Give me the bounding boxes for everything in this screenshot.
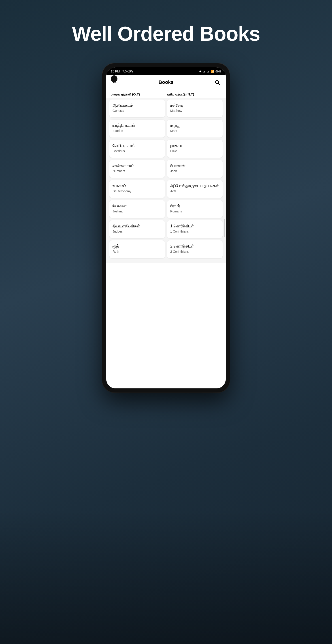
nt-book-card[interactable]: யோவான்John [167,160,223,178]
book-tamil-name: லேவியராகமம் [113,143,162,148]
nt-book-card[interactable]: ரோமர்Romans [167,200,223,218]
book-tamil-name: 1 கொரிந்தியர் [170,224,219,229]
old-testament-header: பழைய ஏற்பாடு (O.T) [109,92,166,96]
nt-book-card[interactable]: 2 கொரிந்தியர்2 Corinthians [167,240,223,258]
svg-line-1 [218,83,220,84]
book-tamil-name: அப்போஸ்தலருடைய நடபடிகள் [170,183,219,188]
book-tamil-name: எண்ணாகமம் [113,163,162,168]
nt-book-card[interactable]: அப்போஸ்தலருடைய நடபடிகள்Acts [167,180,223,198]
app-header: ← Books [106,75,226,89]
status-right: ✸ ▲ ▲ 📶 69% [199,70,221,73]
book-english-name: Ruth [113,250,162,253]
ot-book-card[interactable]: ரூத்Ruth [109,240,165,258]
book-english-name: Exodus [113,129,162,132]
book-english-name: Numbers [113,169,162,173]
book-english-name: Deuteronomy [113,190,162,193]
phone-screen: 15 PM | 7.5KB/s ✸ ▲ ▲ 📶 69% ← Books [106,67,226,388]
books-container: ஆதியாகமம்Genesisமத்தேயுMatthewயாத்திராகம… [106,98,226,263]
battery-icon: 69% [215,70,221,73]
nt-book-card[interactable]: லூக்காLuke [167,140,223,158]
ot-book-card[interactable]: ஆதியாகமம்Genesis [109,100,165,118]
ot-book-card[interactable]: நியாயாதிபதிகள்Judges [109,220,165,238]
book-english-name: Leviticus [113,149,162,153]
nt-book-card[interactable]: மாற்குMark [167,120,223,138]
nt-book-card[interactable]: 1 கொரிந்தியர்1 Corinthians [167,220,223,238]
book-tamil-name: நியாயாதிபதிகள் [113,224,162,229]
book-tamil-name: ஆதியாகமம் [113,103,162,108]
book-tamil-name: யோவான் [170,163,219,168]
signal2-icon: ▲ [207,70,210,73]
status-time: 15 PM | 7.5KB/s [111,70,133,73]
book-english-name: Genesis [113,109,162,112]
book-tamil-name: லூக்கா [170,143,219,148]
wifi-icon: 📶 [211,70,214,73]
book-tamil-name: யோசுவா [113,203,162,209]
phone-frame: 15 PM | 7.5KB/s ✸ ▲ ▲ 📶 69% ← Books [102,63,230,392]
header-title: Books [119,80,213,85]
signal1-icon: ▲ [203,70,206,73]
page-title: Well Ordered Books [72,22,260,46]
book-tamil-name: 2 கொரிந்தியர் [170,244,219,249]
status-bar: 15 PM | 7.5KB/s ✸ ▲ ▲ 📶 69% [106,67,226,75]
book-tamil-name: உபாகமம் [113,183,162,188]
book-tamil-name: ரோமர் [170,203,219,209]
ot-book-card[interactable]: யாத்திராகமம்Exodus [109,120,165,138]
book-english-name: 1 Corinthians [170,230,219,233]
columns-header: பழைய ஏற்பாடு (O.T) புதிய ஏற்பாடு (N.T) [106,89,226,98]
book-english-name: Mark [170,129,219,132]
ot-book-card[interactable]: எண்ணாகமம்Numbers [109,160,165,178]
book-english-name: Romans [170,210,219,213]
book-english-name: Acts [170,190,219,193]
book-tamil-name: ரூத் [113,244,162,249]
book-english-name: John [170,169,219,173]
status-left: 15 PM | 7.5KB/s [111,70,133,73]
nt-book-card[interactable]: மத்தேயுMatthew [167,100,223,118]
ot-book-card[interactable]: உபாகமம்Deuteronomy [109,180,165,198]
scroll-indicator[interactable] [224,219,225,237]
book-english-name: Luke [170,149,219,153]
book-english-name: Matthew [170,109,219,112]
search-button[interactable] [213,78,221,86]
camera-notch [111,75,117,82]
book-english-name: 2 Corinthians [170,250,219,253]
book-tamil-name: யாத்திராகமம் [113,123,162,128]
app-content: ← Books பழைய ஏற்பாடு (O.T) புதிய ஏற்பாடு… [106,75,226,388]
new-testament-header: புதிய ஏற்பாடு (N.T) [166,92,223,96]
book-english-name: Joshua [113,210,162,213]
book-english-name: Judges [113,230,162,233]
book-tamil-name: மாற்கு [170,123,219,128]
book-tamil-name: மத்தேயு [170,103,219,108]
bluetooth-icon: ✸ [199,70,202,73]
ot-book-card[interactable]: யோசுவாJoshua [109,200,165,218]
ot-book-card[interactable]: லேவியராகமம்Leviticus [109,140,165,158]
